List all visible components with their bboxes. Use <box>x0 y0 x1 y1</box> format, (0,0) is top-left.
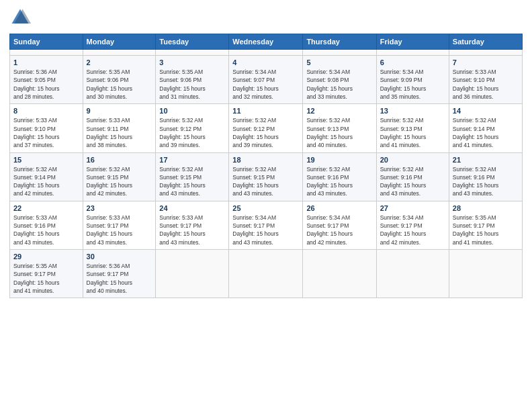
day-number: 7 <box>453 58 519 66</box>
calendar-cell: 23Sunrise: 5:33 AMSunset: 9:17 PMDayligh… <box>83 201 156 249</box>
day-info: Sunrise: 5:35 AMSunset: 9:17 PMDaylight:… <box>453 214 519 246</box>
day-number: 16 <box>87 156 152 164</box>
day-number: 25 <box>232 204 299 212</box>
day-number: 18 <box>232 156 299 164</box>
day-number: 14 <box>453 107 519 115</box>
calendar-cell <box>156 250 229 298</box>
day-info: Sunrise: 5:32 AMSunset: 9:15 PMDaylight:… <box>87 165 152 198</box>
calendar-cell: 16Sunrise: 5:32 AMSunset: 9:15 PMDayligh… <box>83 152 156 201</box>
day-number: 12 <box>306 107 372 115</box>
day-info: Sunrise: 5:34 AMSunset: 9:17 PMDaylight:… <box>306 214 372 246</box>
day-number: 9 <box>87 107 152 115</box>
logo-icon <box>9 7 31 28</box>
day-info: Sunrise: 5:36 AMSunset: 9:17 PMDaylight:… <box>87 262 152 295</box>
calendar-cell <box>376 50 449 56</box>
day-number: 27 <box>380 204 445 212</box>
calendar-cell: 6Sunrise: 5:34 AMSunset: 9:09 PMDaylight… <box>376 56 449 104</box>
day-info: Sunrise: 5:32 AMSunset: 9:12 PMDaylight:… <box>232 116 299 149</box>
day-info: Sunrise: 5:35 AMSunset: 9:17 PMDaylight:… <box>13 262 79 295</box>
calendar-cell: 29Sunrise: 5:35 AMSunset: 9:17 PMDayligh… <box>10 250 83 298</box>
day-info: Sunrise: 5:32 AMSunset: 9:15 PMDaylight:… <box>159 165 225 198</box>
day-number: 5 <box>306 58 372 66</box>
day-info: Sunrise: 5:32 AMSunset: 9:14 PMDaylight:… <box>13 165 79 198</box>
calendar-cell <box>156 50 229 56</box>
day-number: 21 <box>453 156 519 164</box>
calendar-cell: 26Sunrise: 5:34 AMSunset: 9:17 PMDayligh… <box>303 201 376 249</box>
day-info: Sunrise: 5:33 AMSunset: 9:17 PMDaylight:… <box>87 214 152 246</box>
day-number: 8 <box>13 107 79 115</box>
calendar-cell <box>376 250 449 298</box>
day-info: Sunrise: 5:33 AMSunset: 9:10 PMDaylight:… <box>453 68 519 101</box>
day-info: Sunrise: 5:32 AMSunset: 9:13 PMDaylight:… <box>380 116 445 149</box>
calendar-cell: 9Sunrise: 5:33 AMSunset: 9:11 PMDaylight… <box>83 104 156 152</box>
calendar-cell: 7Sunrise: 5:33 AMSunset: 9:10 PMDaylight… <box>449 56 522 104</box>
day-info: Sunrise: 5:34 AMSunset: 9:17 PMDaylight:… <box>380 214 445 246</box>
calendar-cell <box>303 250 376 298</box>
day-number: 3 <box>159 58 225 66</box>
calendar-cell: 2Sunrise: 5:35 AMSunset: 9:06 PMDaylight… <box>83 56 156 104</box>
calendar-cell: 3Sunrise: 5:35 AMSunset: 9:06 PMDaylight… <box>156 56 229 104</box>
calendar-cell <box>303 50 376 56</box>
calendar-cell: 8Sunrise: 5:33 AMSunset: 9:10 PMDaylight… <box>10 104 83 152</box>
day-info: Sunrise: 5:35 AMSunset: 9:06 PMDaylight:… <box>159 68 225 101</box>
day-number: 28 <box>453 204 519 212</box>
day-number: 1 <box>13 58 79 66</box>
calendar-cell: 11Sunrise: 5:32 AMSunset: 9:12 PMDayligh… <box>229 104 303 152</box>
calendar-cell: 17Sunrise: 5:32 AMSunset: 9:15 PMDayligh… <box>156 152 229 201</box>
day-number: 23 <box>87 204 152 212</box>
calendar-header-saturday: Saturday <box>449 34 522 50</box>
calendar-cell: 19Sunrise: 5:32 AMSunset: 9:16 PMDayligh… <box>303 152 376 201</box>
calendar-cell: 24Sunrise: 5:33 AMSunset: 9:17 PMDayligh… <box>156 201 229 249</box>
calendar-cell: 13Sunrise: 5:32 AMSunset: 9:13 PMDayligh… <box>376 104 449 152</box>
day-number: 4 <box>232 58 299 66</box>
calendar-header-friday: Friday <box>376 34 449 50</box>
day-info: Sunrise: 5:32 AMSunset: 9:16 PMDaylight:… <box>306 165 372 198</box>
day-number: 24 <box>159 204 225 212</box>
calendar-header-monday: Monday <box>83 34 156 50</box>
calendar-cell <box>10 50 83 56</box>
day-number: 11 <box>232 107 299 115</box>
page-container: SundayMondayTuesdayWednesdayThursdayFrid… <box>0 0 532 304</box>
calendar-cell: 1Sunrise: 5:36 AMSunset: 9:05 PMDaylight… <box>10 56 83 104</box>
day-info: Sunrise: 5:35 AMSunset: 9:06 PMDaylight:… <box>87 68 152 101</box>
day-number: 30 <box>87 253 152 261</box>
day-number: 6 <box>380 58 445 66</box>
calendar-cell <box>229 250 303 298</box>
day-info: Sunrise: 5:32 AMSunset: 9:13 PMDaylight:… <box>306 116 372 149</box>
calendar-cell: 25Sunrise: 5:34 AMSunset: 9:17 PMDayligh… <box>229 201 303 249</box>
calendar-cell: 18Sunrise: 5:32 AMSunset: 9:15 PMDayligh… <box>229 152 303 201</box>
calendar-header-sunday: Sunday <box>10 34 83 50</box>
day-number: 29 <box>13 253 79 261</box>
calendar-header-wednesday: Wednesday <box>229 34 303 50</box>
day-info: Sunrise: 5:32 AMSunset: 9:16 PMDaylight:… <box>453 165 519 198</box>
day-number: 13 <box>380 107 445 115</box>
day-number: 10 <box>159 107 225 115</box>
day-info: Sunrise: 5:34 AMSunset: 9:09 PMDaylight:… <box>380 68 445 101</box>
day-info: Sunrise: 5:33 AMSunset: 9:11 PMDaylight:… <box>87 116 152 149</box>
calendar-cell: 14Sunrise: 5:32 AMSunset: 9:14 PMDayligh… <box>449 104 522 152</box>
calendar-cell: 4Sunrise: 5:34 AMSunset: 9:07 PMDaylight… <box>229 56 303 104</box>
day-info: Sunrise: 5:33 AMSunset: 9:16 PMDaylight:… <box>13 214 79 246</box>
day-info: Sunrise: 5:34 AMSunset: 9:17 PMDaylight:… <box>232 214 299 246</box>
calendar-cell: 10Sunrise: 5:32 AMSunset: 9:12 PMDayligh… <box>156 104 229 152</box>
day-info: Sunrise: 5:36 AMSunset: 9:05 PMDaylight:… <box>13 68 79 101</box>
calendar-cell <box>229 50 303 56</box>
day-number: 15 <box>13 156 79 164</box>
day-number: 17 <box>159 156 225 164</box>
header <box>9 7 523 28</box>
calendar-header-row: SundayMondayTuesdayWednesdayThursdayFrid… <box>10 34 523 50</box>
day-info: Sunrise: 5:32 AMSunset: 9:12 PMDaylight:… <box>159 116 225 149</box>
calendar-cell <box>83 50 156 56</box>
day-number: 20 <box>380 156 445 164</box>
day-number: 26 <box>306 204 372 212</box>
calendar-cell: 12Sunrise: 5:32 AMSunset: 9:13 PMDayligh… <box>303 104 376 152</box>
calendar-table: SundayMondayTuesdayWednesdayThursdayFrid… <box>9 34 523 298</box>
logo <box>9 7 34 28</box>
day-info: Sunrise: 5:33 AMSunset: 9:17 PMDaylight:… <box>159 214 225 246</box>
calendar-header-tuesday: Tuesday <box>156 34 229 50</box>
day-number: 19 <box>306 156 372 164</box>
day-info: Sunrise: 5:32 AMSunset: 9:14 PMDaylight:… <box>453 116 519 149</box>
day-number: 2 <box>87 58 152 66</box>
calendar-cell <box>449 50 522 56</box>
calendar-cell: 27Sunrise: 5:34 AMSunset: 9:17 PMDayligh… <box>376 201 449 249</box>
